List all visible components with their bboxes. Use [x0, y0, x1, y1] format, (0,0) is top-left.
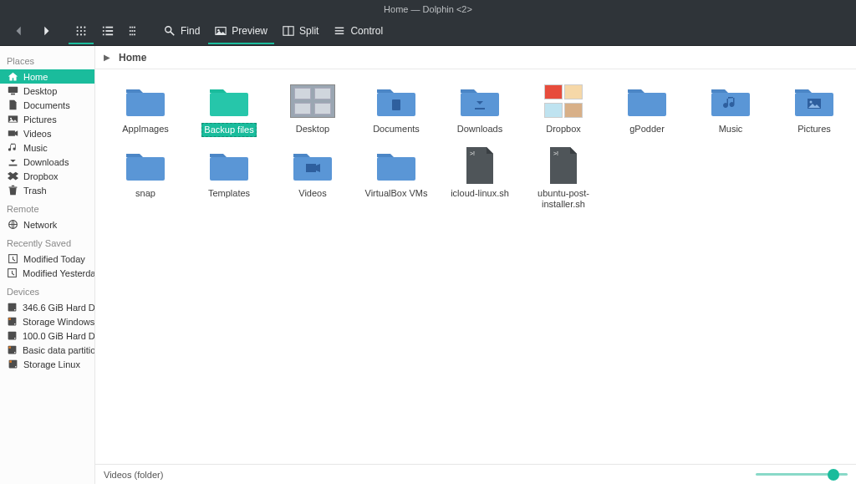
details-view-button[interactable] — [122, 19, 147, 44]
drive-ext-icon — [7, 344, 18, 356]
sidebar-section-header: Recently Saved — [0, 232, 94, 252]
svg-rect-34 — [210, 93, 248, 116]
file-item-appimages[interactable]: AppImages — [112, 84, 179, 137]
svg-point-1 — [80, 27, 82, 28]
file-label: snap — [134, 187, 157, 200]
file-thumbnail — [289, 149, 336, 182]
dropbox-icon — [7, 171, 18, 182]
back-button[interactable] — [7, 19, 32, 44]
svg-point-7 — [80, 33, 82, 35]
compact-view-button[interactable] — [95, 19, 120, 44]
svg-rect-15 — [130, 27, 131, 28]
sidebar-item-downloads[interactable]: Downloads — [0, 155, 94, 169]
sidebar-item-100-0-gib-hard-drive[interactable]: 100.0 GiB Hard Drive — [0, 328, 94, 343]
sidebar-item-label: Desktop — [23, 86, 57, 96]
window-title: Home — Dolphin <2> — [384, 4, 472, 14]
svg-rect-18 — [130, 30, 131, 32]
svg-point-4 — [80, 30, 82, 32]
downloads-icon — [7, 156, 18, 168]
file-item-documents[interactable]: Documents — [363, 84, 430, 137]
sidebar-item-storage-linux[interactable]: Storage Linux — [0, 357, 94, 371]
file-item-videos[interactable]: Videos — [279, 149, 346, 211]
file-thumbnail — [289, 84, 336, 118]
svg-point-3 — [77, 30, 79, 32]
file-item-virtualbox-vms[interactable]: VirtualBox VMs — [363, 149, 430, 211]
svg-rect-9 — [103, 27, 104, 28]
svg-rect-22 — [132, 34, 134, 36]
sidebar-item-trash[interactable]: Trash — [0, 183, 94, 197]
sidebar-item-pictures[interactable]: Pictures — [0, 112, 94, 126]
control-button[interactable]: Control — [327, 19, 390, 44]
split-button[interactable]: Split — [276, 19, 325, 44]
sidebar-item-documents[interactable]: Documents — [0, 98, 94, 112]
sidebar-item-storage-windows[interactable]: Storage Windows — [0, 314, 94, 328]
file-thumbnail: >! — [456, 149, 503, 182]
sidebar-item-label: Modified Yesterday — [23, 268, 95, 278]
svg-rect-30 — [335, 28, 344, 28]
file-item-downloads[interactable]: Downloads — [446, 84, 513, 137]
sidebar-item-modified-today[interactable]: Modified Today — [0, 252, 94, 266]
svg-rect-13 — [103, 34, 104, 36]
sidebar-item-desktop[interactable]: Desktop — [0, 84, 94, 98]
svg-point-0 — [77, 27, 79, 28]
sidebar-item-label: Trash — [23, 186, 47, 196]
file-item-music[interactable]: Music — [697, 84, 764, 137]
document-icon — [7, 99, 18, 111]
file-item-dropbox[interactable]: Dropbox — [530, 84, 597, 137]
file-thumbnail — [707, 84, 754, 118]
file-label: ubuntu-post-installer.sh — [530, 187, 597, 211]
file-item-pictures[interactable]: Pictures — [781, 84, 848, 137]
svg-rect-17 — [134, 27, 135, 28]
sidebar-section-header: Places — [0, 49, 94, 69]
breadcrumb[interactable]: ▶ Home — [95, 46, 856, 69]
sidebar-item-label: Documents — [23, 100, 70, 110]
sidebar-item-modified-yesterday[interactable]: Modified Yesterday — [0, 266, 94, 280]
file-item-gpodder[interactable]: gPodder — [614, 84, 680, 137]
sidebar-item-network[interactable]: Network — [0, 217, 94, 232]
find-button[interactable]: Find — [157, 19, 206, 44]
svg-rect-31 — [335, 30, 344, 31]
preview-button[interactable]: Preview — [208, 19, 274, 44]
drive-icon — [7, 330, 18, 342]
file-item-snap[interactable]: snap — [112, 149, 179, 211]
desktop-icon — [7, 85, 18, 97]
svg-rect-44 — [210, 157, 248, 181]
sidebar-section-header: Devices — [0, 280, 94, 300]
svg-rect-21 — [130, 34, 131, 36]
file-item-templates[interactable]: Templates — [196, 149, 262, 211]
sidebar-item-346-6-gib-hard-drive[interactable]: 346.6 GiB Hard Drive — [0, 300, 94, 314]
svg-rect-10 — [105, 27, 113, 28]
sidebar-item-label: Network — [23, 220, 57, 230]
svg-rect-43 — [126, 157, 165, 181]
sidebar-item-music[interactable]: Music — [0, 140, 94, 155]
svg-rect-11 — [103, 30, 104, 32]
file-item-backup-files[interactable]: Backup files — [196, 84, 262, 137]
icons-view-button[interactable] — [69, 19, 94, 44]
sidebar-item-label: Music — [23, 143, 48, 153]
file-item-icloud-linux-sh[interactable]: >!icloud-linux.sh — [446, 149, 513, 211]
sidebar-item-videos[interactable]: Videos — [0, 126, 94, 140]
file-label: Downloads — [456, 123, 504, 135]
sidebar-item-dropbox[interactable]: Dropbox — [0, 169, 94, 183]
sidebar-item-label: 100.0 GiB Hard Drive — [23, 331, 95, 341]
sidebar-item-basic-data-partition[interactable]: Basic data partition — [0, 343, 94, 357]
file-thumbnail — [373, 149, 420, 182]
file-label: Templates — [206, 187, 252, 200]
file-thumbnail — [456, 84, 503, 118]
svg-point-2 — [84, 27, 85, 28]
svg-rect-36 — [392, 99, 400, 110]
file-label: Pictures — [796, 123, 833, 135]
zoom-slider[interactable] — [756, 468, 848, 481]
sidebar-item-home[interactable]: Home — [0, 69, 94, 84]
svg-rect-23 — [134, 34, 135, 36]
file-item-desktop[interactable]: Desktop — [279, 84, 346, 137]
svg-rect-14 — [105, 34, 113, 36]
svg-rect-47 — [377, 157, 415, 181]
file-item-ubuntu-post-installer-sh[interactable]: >!ubuntu-post-installer.sh — [530, 149, 597, 211]
file-label: Dropbox — [544, 123, 583, 135]
status-bar: Videos (folder) — [95, 464, 856, 484]
network-icon — [7, 219, 18, 231]
forward-button[interactable] — [33, 19, 59, 44]
music-icon — [7, 142, 18, 154]
svg-rect-38 — [628, 93, 666, 116]
